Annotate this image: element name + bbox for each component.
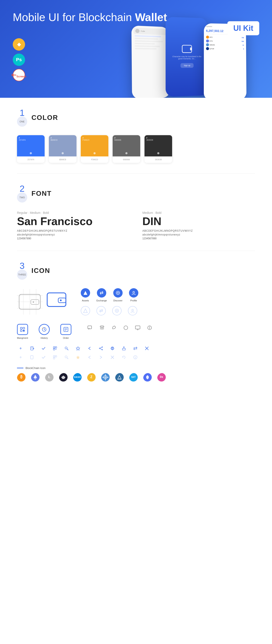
svg-marker-12 xyxy=(84,291,87,295)
svg-point-19 xyxy=(132,309,134,311)
assets-ghost-icon xyxy=(81,306,90,316)
svg-rect-39 xyxy=(53,347,55,348)
svg-point-60 xyxy=(65,356,67,358)
section1-header: 1 ONE COLOR xyxy=(17,108,255,127)
info-icon xyxy=(146,324,154,332)
section2-header: 2 TWO FONT xyxy=(17,184,255,202)
svg-line-50 xyxy=(100,347,102,348)
tool-icons-ghost-row: + xyxy=(17,354,255,360)
crypto-icons-row: ₿ŁDASHZNXT0x xyxy=(17,373,255,383)
svg-rect-57 xyxy=(53,356,55,357)
crypto-wings-icon xyxy=(59,373,69,383)
phone-left: Profile xyxy=(131,26,170,98)
svg-rect-10 xyxy=(58,298,66,303)
doc-edit-icon xyxy=(29,346,35,351)
svg-point-67 xyxy=(135,356,136,357)
color-swatch: #666666 666666 xyxy=(112,135,140,163)
crypto-zrx-icon: 0x xyxy=(157,373,168,383)
svg-point-8 xyxy=(33,302,34,303)
crypto-nxt-icon: NXT xyxy=(129,373,140,383)
crypto-net-icon xyxy=(101,373,111,383)
color-section: 1 ONE COLOR #3574FA 3574FA #8DA0C8 8DA0C… xyxy=(0,98,272,174)
svg-rect-23 xyxy=(23,330,25,332)
swatch-dot xyxy=(30,152,32,154)
screens-badge: 60+Screens xyxy=(13,69,25,81)
color-swatch: #8DA0C8 8DA0C8 xyxy=(49,135,76,163)
svg-text:DASH: DASH xyxy=(74,376,80,378)
tool-icons-active-row: + xyxy=(17,346,255,351)
crypto-eth-icon xyxy=(31,373,41,383)
check-icon xyxy=(41,346,46,351)
crypto-ltc-icon: Ł xyxy=(45,373,55,383)
svg-rect-53 xyxy=(122,348,126,350)
font-item: Regular · Medium · Bold San Francisco AB… xyxy=(17,211,130,240)
svg-marker-46 xyxy=(76,347,80,350)
swatch-label-area: F5A623 xyxy=(81,156,108,163)
section1-number: 1 ONE xyxy=(17,108,27,127)
svg-point-30 xyxy=(100,326,104,327)
back-icon xyxy=(87,346,92,351)
wireframe-icons-row: Assets Exchange Discover xyxy=(17,288,255,316)
svg-rect-41 xyxy=(53,348,55,350)
filled-wallet-icon xyxy=(47,291,68,312)
svg-text:Ł: Ł xyxy=(48,375,50,379)
svg-rect-56 xyxy=(30,356,33,359)
assets-icon xyxy=(81,288,90,298)
svg-text:NXT: NXT xyxy=(131,376,136,378)
back-ghost-icon xyxy=(87,354,92,360)
export-icon xyxy=(121,346,127,351)
crypto-dash-icon: DASH xyxy=(73,373,83,383)
ps-badge: Ps xyxy=(13,54,25,66)
color-swatches: #3574FA 3574FA #8DA0C8 8DA0C8 #F5A623 F5… xyxy=(17,135,255,163)
profile-ghost-icon xyxy=(128,306,137,316)
svg-marker-16 xyxy=(84,309,87,313)
color-swatch: #3574FA 3574FA xyxy=(17,135,44,163)
mangment-icon xyxy=(17,324,28,335)
share-icon xyxy=(98,346,104,351)
svg-rect-58 xyxy=(55,356,57,357)
history-icon-item: History xyxy=(39,324,50,339)
svg-text:Z: Z xyxy=(90,375,92,379)
svg-marker-62 xyxy=(76,356,80,359)
svg-point-49 xyxy=(102,349,103,350)
svg-point-14 xyxy=(117,292,118,294)
blockchain-line xyxy=(17,368,24,368)
swatch-label-area: 3574FA xyxy=(17,156,44,163)
discover-icon-item: Discover xyxy=(113,288,122,302)
gear-icon xyxy=(110,346,115,351)
close-icon xyxy=(144,346,150,351)
qr-icon xyxy=(52,346,58,351)
svg-rect-59 xyxy=(53,358,55,359)
svg-rect-9 xyxy=(47,293,66,306)
svg-text:₿: ₿ xyxy=(20,375,22,379)
ui-kit-badge: UI Kit xyxy=(228,21,259,35)
swatch-dot xyxy=(126,152,128,154)
check-ghost-icon xyxy=(41,354,46,360)
speech-bubble-icon xyxy=(134,324,142,332)
exchange-icon-item: Exchange xyxy=(96,288,107,302)
nav-icons-group: Assets Exchange Discover xyxy=(81,288,138,316)
svg-point-18 xyxy=(116,310,118,311)
svg-line-61 xyxy=(67,358,68,359)
phone-center: Character may be translated in thegood m… xyxy=(166,17,208,97)
mangment-icon-item: Mangment xyxy=(17,324,28,339)
swatch-dot xyxy=(94,152,96,154)
swatch-label-area: 303030 xyxy=(144,156,172,163)
svg-line-45 xyxy=(67,349,68,350)
chat-icon xyxy=(86,324,94,332)
forward-ghost-icon xyxy=(98,354,104,360)
plus-ghost-icon: + xyxy=(18,354,24,360)
icon-section: 3 THREE ICON xyxy=(0,251,272,394)
swatch-label-area: 8DA0C8 xyxy=(49,156,76,163)
color-swatch: #F5A623 F5A623 xyxy=(81,135,108,163)
profile-icon xyxy=(129,288,138,298)
crypto-btc-icon: ₿ xyxy=(17,373,27,383)
svg-rect-42 xyxy=(56,349,56,350)
svg-point-17 xyxy=(115,309,118,312)
swatch-dot xyxy=(157,152,160,154)
assets-icon-item: Assets xyxy=(81,288,90,302)
svg-point-47 xyxy=(102,347,103,348)
search-icon xyxy=(64,346,69,351)
font-grid: Regular · Medium · Bold San Francisco AB… xyxy=(17,211,255,240)
profile-icon-item: Profile xyxy=(129,288,138,302)
